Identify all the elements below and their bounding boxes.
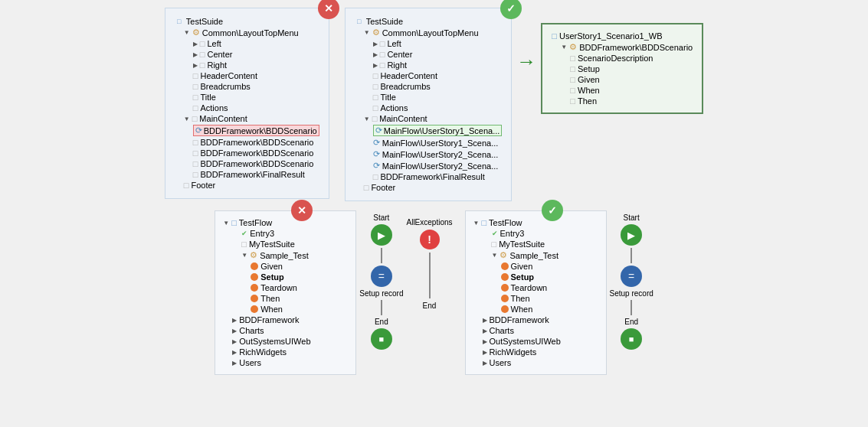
tree-item: ✔ Entry3 <box>473 228 598 239</box>
tree-item: ⟳ MainFlow\UserStory2_Scena... <box>355 148 503 160</box>
tree-item: □ Actions <box>175 103 319 113</box>
expand-icon: ▼ <box>492 252 498 259</box>
item-label: Right <box>207 60 227 70</box>
page-icon: □ <box>193 71 198 80</box>
tree-item: ▼ ⚙ Sample_Test <box>223 249 348 261</box>
tree-root-right: □ TestSuide <box>355 16 503 27</box>
tree-item: □ BDDFramework\BDDScenario <box>175 137 319 148</box>
equals-btn[interactable]: = <box>371 266 392 287</box>
tree-item: ▼ ⚙ Sample_Test <box>473 249 598 261</box>
stop-btn[interactable]: ■ <box>371 328 392 350</box>
orange-dot <box>251 305 258 313</box>
page-icon: □ <box>492 240 497 249</box>
tree-item: ▼ ⚙ BDDFramework\BDDScenario <box>552 41 693 53</box>
tree-item: ▶ □ Left <box>175 38 319 49</box>
item-label: MainFlow\UserStory2_Scena... <box>382 150 499 159</box>
gear-icon: ⚙ <box>250 250 257 260</box>
flow-icon: ⟳ <box>195 125 202 135</box>
item-label: Center <box>387 50 412 59</box>
item-label: Given <box>578 75 600 84</box>
item-label: Breadcrumbs <box>200 82 250 91</box>
expand-icon: ▶ <box>483 338 487 345</box>
item-label: Actions <box>380 103 408 112</box>
expand-icon: ▶ <box>483 349 487 356</box>
setup-label: Setup record <box>359 289 403 298</box>
page-icon: □ <box>570 96 575 106</box>
item-label: BDDFramework <box>239 315 299 324</box>
page-icon: □ <box>380 50 385 59</box>
page-icon: □ <box>364 183 369 192</box>
tree-item: ▶ Users <box>473 357 598 368</box>
tree-item: Teardown <box>223 282 348 293</box>
item-label: Then <box>260 294 280 303</box>
tree-item: ▶ Charts <box>223 325 348 336</box>
item-label: RichWidgets <box>490 347 537 357</box>
panel-title: TestFlow <box>239 218 272 227</box>
gear-icon: ⚙ <box>372 28 380 37</box>
bad-badge: ✕ <box>318 0 339 19</box>
tree-item: ▶ □ Left <box>355 38 503 49</box>
item-label: Entry3 <box>500 229 525 238</box>
expand-icon: ▼ <box>561 44 567 51</box>
tree-item: ▶ RichWidgets <box>473 347 598 357</box>
tree-item: ▶ □ Center <box>355 49 503 60</box>
tree-item: ▶ OutSystemsUIWeb <box>473 336 598 347</box>
item-label: Charts <box>239 326 264 335</box>
left-bad-panel: ✕ □ TestSuide ▼ ⚙ Common\LayoutTopMenu ▶… <box>165 8 329 199</box>
tree-item: □ MyTestSuite <box>223 239 348 249</box>
item-label: MainFlow\UserStory2_Scena... <box>382 161 499 171</box>
expand-icon: ▼ <box>473 220 480 227</box>
orange-dot <box>501 295 509 302</box>
tree-item: ⟳ MainFlow\UserStory2_Scena... <box>355 160 503 171</box>
tree-item: ▶ □ Center <box>175 49 319 60</box>
panel-title: TestSuide <box>366 17 403 26</box>
gear-icon: ⚙ <box>192 28 200 37</box>
page-icon: □ <box>372 114 378 123</box>
highlighted-item: ⟳ BDDFramework\BDDScenario <box>193 125 319 136</box>
expand-icon: ▶ <box>483 360 487 367</box>
tree-item: □ BDDFramework\BDDScenario <box>175 158 319 169</box>
expand-icon: ▶ <box>232 360 237 367</box>
tree-item: □ HeaderContent <box>175 70 319 81</box>
tree-item: ⟳ BDDFramework\BDDScenario <box>175 124 319 137</box>
expand-icon: ▼ <box>241 252 247 259</box>
start-label: Start <box>624 214 640 222</box>
item-label: MainFlow\UserStory1_Scena... <box>384 126 500 135</box>
page-icon: □ <box>193 82 198 91</box>
tree-item: □ ScenarioDescription <box>552 53 693 64</box>
tree-item: ▼ ⚙ Common\LayoutTopMenu <box>355 27 503 38</box>
item-label: OutSystemsUIWeb <box>490 337 561 346</box>
flow-icon: ⟳ <box>373 161 380 171</box>
item-label: Setup <box>578 64 600 73</box>
top-row: ✕ □ TestSuide ▼ ⚙ Common\LayoutTopMenu ▶… <box>8 8 860 201</box>
bottom-left-flow-panel: ▼ □ TestFlow ✔ Entry3 □ MyTestSuite ▼ ⚙ … <box>215 210 356 375</box>
expand-icon: ▶ <box>232 328 237 334</box>
play-btn-right[interactable]: ▶ <box>621 224 642 246</box>
play-btn[interactable]: ▶ <box>371 224 392 246</box>
tree-item: □ Then <box>552 96 693 106</box>
tree-item: ✔ Entry3 <box>223 228 348 239</box>
expand-icon: ▶ <box>193 51 198 58</box>
equals-btn-right[interactable]: = <box>621 266 642 287</box>
item-label: Title <box>380 93 395 102</box>
item-label: BDDFramework\FinalResult <box>380 172 484 181</box>
folder-icon: □ <box>231 218 237 227</box>
item-label: Then <box>578 96 597 106</box>
page-icon: □ <box>193 159 198 168</box>
orange-dot <box>501 273 509 281</box>
check-icon: ✔ <box>241 230 247 237</box>
item-label: BDDFramework\BDDScenario <box>200 159 313 168</box>
flow-icon: ⟳ <box>373 138 380 148</box>
item-label: Actions <box>200 103 228 112</box>
tree-item: ⟳ MainFlow\UserStory1_Scena... <box>355 124 503 137</box>
stop-btn-right[interactable]: ■ <box>621 328 642 350</box>
user-story-title: □ UserStory1_Scenario1_WB <box>552 31 693 41</box>
tree-root-left: □ TestSuide <box>175 16 319 27</box>
tree-item: ▶ RichWidgets <box>223 347 348 357</box>
exception-badge: ! <box>420 230 440 249</box>
item-label: Common\LayoutTopMenu <box>382 28 479 37</box>
panel-title: TestSuide <box>186 17 223 26</box>
page-icon: □ <box>380 60 385 70</box>
item-label: Sample_Test <box>509 251 558 260</box>
tree-item: □ Footer <box>355 182 503 193</box>
